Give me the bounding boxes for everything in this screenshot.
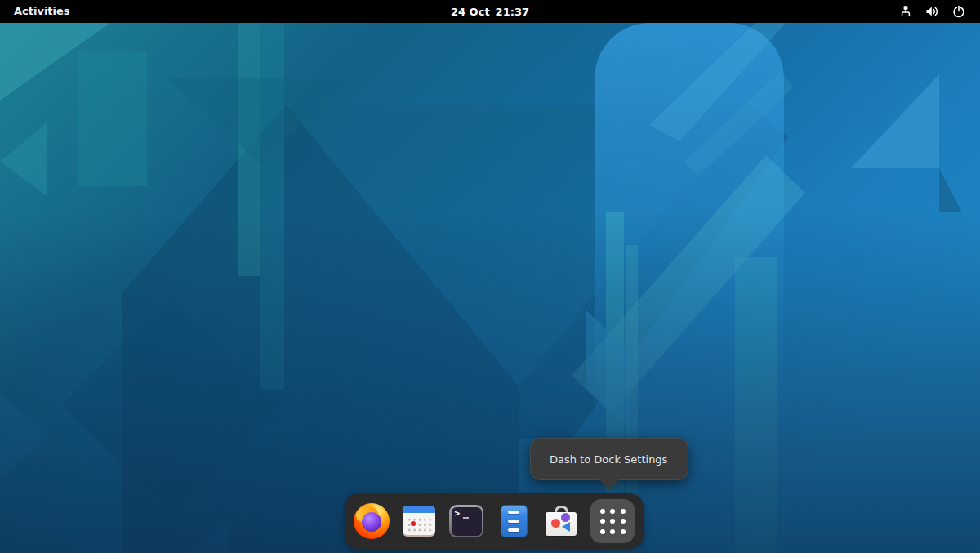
volume-high-icon	[925, 5, 939, 18]
dock-item-files[interactable]	[496, 498, 532, 544]
system-status-area[interactable]	[893, 0, 972, 23]
clock-date: 24 Oct	[451, 6, 490, 18]
clock-button[interactable]: 24 Oct21:37	[451, 6, 529, 18]
firefox-icon	[354, 503, 390, 539]
menu-item-dash-to-dock-settings[interactable]: Dash to Dock Settings	[531, 439, 688, 479]
desktop-screen: Activities 24 Oct21:37	[0, 0, 980, 553]
software-icon	[544, 505, 578, 537]
desktop-wallpaper	[0, 23, 980, 553]
power-icon	[952, 5, 965, 18]
show-applications-button[interactable]	[590, 499, 635, 543]
dash-context-menu: Dash to Dock Settings	[530, 438, 688, 480]
wallpaper-art	[0, 23, 980, 553]
popup-arrow	[599, 479, 619, 490]
activities-button[interactable]: Activities	[0, 0, 84, 23]
dock-item-calendar[interactable]	[401, 498, 437, 544]
terminal-icon: >	[449, 505, 483, 537]
dash-to-dock: >	[345, 493, 644, 549]
dock-item-terminal[interactable]: >	[448, 498, 484, 544]
calendar-icon	[403, 506, 435, 537]
dock-item-firefox[interactable]	[354, 498, 390, 544]
show-applications-icon	[600, 509, 626, 534]
top-bar: Activities 24 Oct21:37	[0, 0, 980, 23]
files-icon	[501, 505, 528, 537]
clock-time: 21:37	[496, 6, 529, 18]
network-wired-icon	[899, 5, 912, 18]
dock-item-software[interactable]	[543, 498, 579, 544]
